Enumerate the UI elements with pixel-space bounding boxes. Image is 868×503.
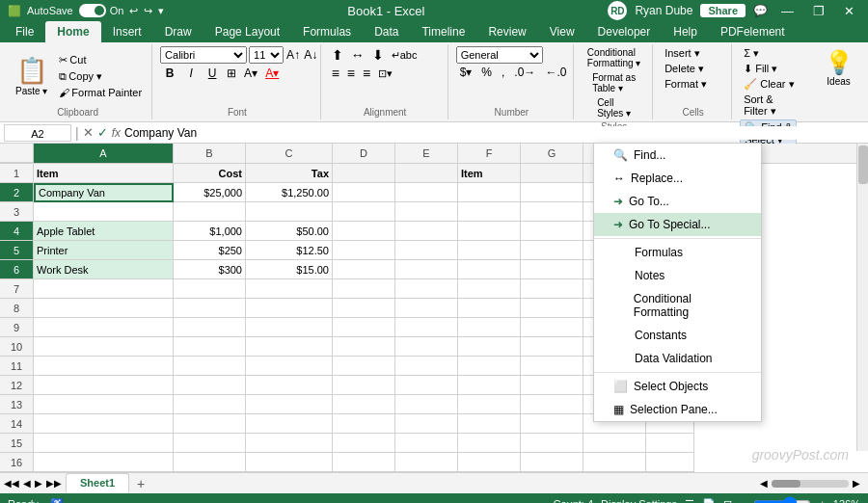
comma-icon[interactable]: , — [498, 65, 508, 80]
tab-data[interactable]: Data — [363, 21, 410, 42]
cell[interactable] — [458, 318, 521, 337]
increase-decimal-icon[interactable]: .0→ — [510, 65, 539, 80]
cell[interactable] — [395, 241, 458, 260]
notes-menu-item[interactable]: Notes — [594, 264, 761, 287]
add-sheet-button[interactable]: + — [129, 473, 152, 494]
cell[interactable] — [458, 183, 521, 202]
autosave-pill[interactable] — [79, 4, 106, 17]
cell[interactable] — [521, 241, 583, 260]
col-header-b[interactable]: B — [174, 144, 246, 163]
align-top-icon[interactable]: ⬆ — [329, 46, 346, 64]
cell[interactable] — [174, 376, 246, 395]
cut-button[interactable]: ✂ Cut — [55, 53, 146, 67]
cell[interactable] — [458, 241, 521, 260]
cell[interactable]: Work Desk — [34, 260, 174, 279]
cell[interactable] — [458, 299, 521, 318]
cell[interactable] — [246, 357, 333, 376]
cell[interactable] — [395, 260, 458, 279]
cell[interactable] — [521, 318, 583, 337]
decrease-decimal-icon[interactable]: ←.0 — [541, 65, 570, 80]
col-header-g[interactable]: G — [521, 144, 583, 163]
cell[interactable] — [521, 299, 583, 318]
page-layout-icon[interactable]: 📄 — [702, 498, 716, 504]
cell[interactable] — [395, 318, 458, 337]
cell[interactable] — [458, 453, 521, 472]
zoom-in-icon[interactable]: + — [819, 498, 825, 503]
cell[interactable] — [333, 279, 395, 299]
italic-button[interactable]: I — [181, 65, 201, 82]
find-menu-item[interactable]: 🔍 Find... — [594, 144, 761, 167]
tab-pdfelement[interactable]: PDFelement — [709, 21, 797, 42]
paste-button[interactable]: 📋 Paste ▾ — [10, 53, 53, 99]
cell[interactable] — [174, 395, 246, 414]
cell[interactable] — [521, 202, 583, 222]
cell[interactable] — [395, 164, 458, 183]
tab-view[interactable]: View — [538, 21, 586, 42]
cell[interactable] — [458, 395, 521, 414]
name-box[interactable]: A2 — [4, 124, 71, 142]
cell[interactable] — [458, 376, 521, 395]
cell[interactable] — [395, 453, 458, 472]
col-header-d[interactable]: D — [333, 144, 395, 163]
tab-home[interactable]: Home — [45, 21, 100, 42]
row-header-4[interactable]: 4 — [0, 222, 34, 241]
row-header-13[interactable]: 13 — [0, 395, 34, 414]
insert-function-icon[interactable]: fx — [112, 126, 121, 140]
font-size-select[interactable]: 11 — [249, 46, 284, 64]
currency-icon[interactable]: $▾ — [456, 65, 476, 80]
cell[interactable] — [521, 414, 583, 434]
tab-developer[interactable]: Developer — [586, 21, 663, 42]
autosave-toggle[interactable]: On — [79, 4, 124, 17]
row-header-12[interactable]: 12 — [0, 376, 34, 395]
cell[interactable] — [395, 337, 458, 357]
cell[interactable] — [646, 434, 694, 453]
cell[interactable] — [458, 414, 521, 434]
row-header-6[interactable]: 6 — [0, 260, 34, 279]
font-color-icon[interactable]: A▾ — [262, 66, 282, 81]
cell[interactable] — [246, 318, 333, 337]
sheet-last-icon[interactable]: ▶▶ — [46, 478, 62, 489]
cell[interactable] — [395, 299, 458, 318]
h-scroll-thumb[interactable] — [772, 480, 800, 488]
cell[interactable] — [458, 434, 521, 453]
cell[interactable] — [333, 241, 395, 260]
cell[interactable] — [34, 337, 174, 357]
cell[interactable]: Printer — [34, 241, 174, 260]
tab-help[interactable]: Help — [662, 21, 709, 42]
decrease-font-icon[interactable]: A↓ — [303, 47, 318, 63]
formula-input[interactable] — [124, 126, 864, 140]
row-header-15[interactable]: 15 — [0, 434, 34, 453]
cell[interactable]: Tax — [246, 164, 333, 183]
cell[interactable] — [521, 164, 583, 183]
col-header-f[interactable]: F — [458, 144, 521, 163]
col-header-e[interactable]: E — [395, 144, 458, 163]
cell[interactable] — [521, 183, 583, 202]
cell[interactable] — [246, 202, 333, 222]
cell[interactable] — [174, 299, 246, 318]
h-scroll-track[interactable] — [772, 480, 849, 488]
more-commands-icon[interactable]: ▾ — [158, 5, 164, 17]
format-painter-button[interactable]: 🖌 Format Painter — [55, 86, 146, 99]
cell[interactable] — [333, 357, 395, 376]
cell[interactable] — [458, 202, 521, 222]
delete-button[interactable]: Delete ▾ — [661, 62, 708, 76]
underline-button[interactable]: U — [203, 65, 222, 82]
clear-button[interactable]: 🧹 Clear ▾ — [740, 77, 798, 92]
data-validation-menu-item[interactable]: Data Validation — [594, 347, 761, 370]
cell[interactable] — [583, 453, 646, 472]
replace-menu-item[interactable]: ↔ Replace... — [594, 167, 761, 190]
sheet-tab-sheet1[interactable]: Sheet1 — [66, 473, 129, 493]
cell[interactable]: $1,000 — [174, 222, 246, 241]
cell[interactable] — [174, 279, 246, 299]
fill-button[interactable]: ⬇ Fill ▾ — [740, 62, 781, 76]
cell[interactable] — [521, 279, 583, 299]
cell[interactable] — [458, 337, 521, 357]
percent-icon[interactable]: % — [477, 65, 496, 80]
cell[interactable] — [174, 318, 246, 337]
cell[interactable] — [34, 202, 174, 222]
page-break-icon[interactable]: ⊡ — [723, 498, 732, 504]
h-scroll-left[interactable]: ◀ — [760, 478, 768, 489]
font-family-select[interactable]: Calibri — [160, 46, 247, 64]
constants-menu-item[interactable]: Constants — [594, 324, 761, 347]
cell[interactable] — [521, 337, 583, 357]
